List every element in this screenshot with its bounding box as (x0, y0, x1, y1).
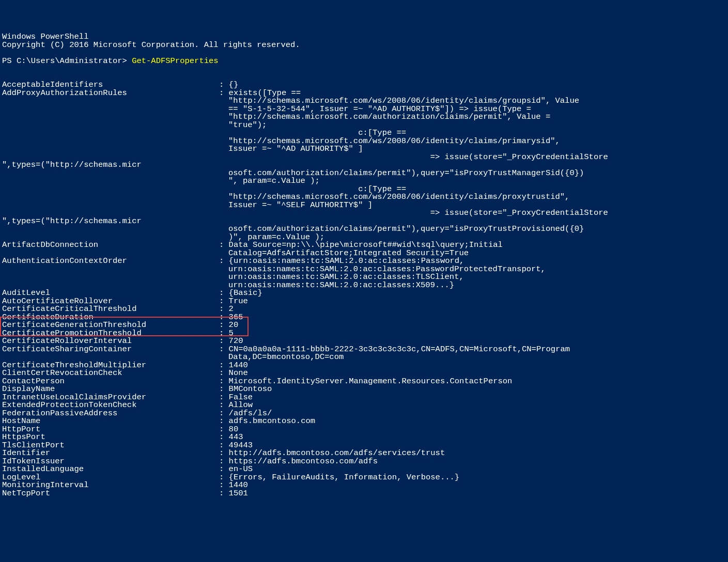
powershell-terminal[interactable]: Windows PowerShellCopyright (C) 2016 Mic… (2, 33, 726, 497)
property-value: 20 (229, 321, 726, 330)
property-separator: : (219, 89, 229, 98)
property-value: False (229, 394, 726, 402)
property-key: ArtifactDbConnection (2, 241, 219, 249)
property-value: 80 (229, 426, 726, 434)
prompt-line[interactable]: PS C:\Users\Administrator> Get-ADFSPrope… (2, 57, 726, 66)
copyright-line: Copyright (C) 2016 Microsoft Corporation… (2, 41, 726, 50)
property-row: CertificateCriticalThreshold: 2 (2, 305, 726, 314)
property-value-cont: urn:oasis:names:tc:SAML:2.0:ac:classes:X… (2, 282, 726, 290)
property-value: https://adfs.bmcontoso.com/adfs (229, 458, 726, 466)
property-key: AddProxyAuthorizationRules (2, 89, 219, 98)
property-row: ContactPerson: Microsoft.IdentityServer.… (2, 378, 726, 386)
property-row: FederationPassiveAddress: /adfs/ls/ (2, 410, 726, 418)
property-value: 443 (229, 433, 726, 442)
property-value: 1501 (229, 490, 726, 498)
property-row: HttpsPort: 443 (2, 433, 726, 442)
property-row: CertificateSharingContainer: CN=0a0a0a0a… (2, 346, 726, 354)
property-value: 365 (229, 314, 726, 322)
property-separator: : (219, 490, 229, 498)
property-separator: : (219, 257, 229, 266)
property-key: AuthenticationContextOrder (2, 257, 219, 266)
property-value: 5 (229, 330, 726, 338)
property-value: Microsoft.IdentityServer.Management.Reso… (229, 378, 726, 386)
property-row: MonitoringInterval: 1440 (2, 481, 726, 490)
property-value-cont: osoft.com/authorization/claims/permit"),… (2, 169, 726, 178)
blank-line (2, 73, 726, 82)
property-row: LogLevel: {Errors, FailureAudits, Inform… (2, 474, 726, 482)
prompt-prefix: PS C:\Users\Administrator> (2, 56, 132, 66)
property-value-cont: osoft.com/authorization/claims/permit"),… (2, 225, 726, 233)
property-value: Allow (229, 401, 726, 410)
property-separator: : (219, 346, 229, 354)
property-row: HostName: adfs.bmcontoso.com (2, 417, 726, 426)
property-value-cont: "http://schemas.microsoft.com/ws/2008/06… (2, 137, 726, 146)
command-text: Get-ADFSProperties (132, 56, 218, 66)
property-value: 1440 (229, 481, 726, 490)
property-value: True (229, 298, 726, 306)
property-value: adfs.bmcontoso.com (229, 417, 726, 426)
property-separator: : (219, 241, 229, 249)
property-value: {Errors, FailureAudits, Information, Ver… (229, 474, 726, 482)
property-value: 1440 (229, 362, 726, 370)
property-value: BMContoso (229, 385, 726, 394)
property-row: HttpPort: 80 (2, 426, 726, 434)
property-value-cont: "http://schemas.microsoft.com/authorizat… (2, 113, 726, 121)
blank-line (2, 65, 726, 73)
property-value: {Basic} (229, 289, 726, 298)
property-value: 2 (229, 305, 726, 314)
property-row: NetTcpPort: 1501 (2, 490, 726, 498)
property-key: NetTcpPort (2, 490, 219, 498)
property-key: CertificateSharingContainer (2, 346, 219, 354)
property-row: IdTokenIssuer: https://adfs.bmcontoso.co… (2, 458, 726, 466)
property-value: {} (229, 81, 726, 89)
